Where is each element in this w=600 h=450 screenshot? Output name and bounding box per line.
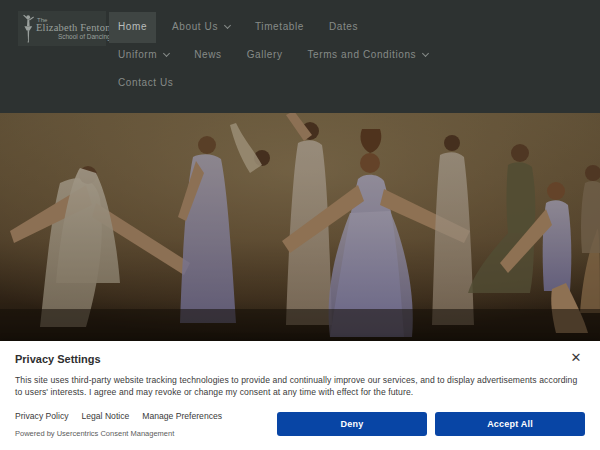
privacy-links: Privacy Policy Legal Notice Manage Prefe… <box>15 411 277 421</box>
nav-label: Uniform <box>118 41 157 69</box>
nav-item-about-us[interactable]: About Us <box>163 13 239 41</box>
nav-label: Gallery <box>247 41 283 69</box>
site-header: The Elizabeth Fenton School of Dancing H… <box>0 0 600 113</box>
privacy-banner-footer: Privacy Policy Legal Notice Manage Prefe… <box>15 411 585 438</box>
privacy-banner-description: This site uses third-party website track… <box>15 374 587 398</box>
chevron-down-icon <box>163 50 170 57</box>
logo-line-name: Elizabeth Fenton <box>36 23 111 34</box>
nav-row-1: Home About Us Timetable Dates <box>109 13 444 41</box>
nav-item-timetable[interactable]: Timetable <box>246 13 313 41</box>
nav-item-contact-us[interactable]: Contact Us <box>109 69 182 97</box>
hero-image <box>0 113 600 341</box>
nav-row-2: Uniform News Gallery Terms and Condition… <box>109 41 444 69</box>
consent-buttons: Deny Accept All <box>277 412 585 436</box>
nav-label: Timetable <box>255 13 304 41</box>
nav-item-uniform[interactable]: Uniform <box>109 41 178 69</box>
chevron-down-icon <box>422 50 429 57</box>
chevron-down-icon <box>224 22 231 29</box>
nav-row-3: Contact Us <box>109 69 444 97</box>
powered-by-text: Powered by Usercentrics Consent Manageme… <box>15 429 277 438</box>
deny-button[interactable]: Deny <box>277 412 427 436</box>
manage-preferences-link[interactable]: Manage Preferences <box>142 411 222 421</box>
nav-label: Home <box>118 13 147 41</box>
privacy-banner-title: Privacy Settings <box>15 353 585 365</box>
logo-text: The Elizabeth Fenton School of Dancing <box>36 17 111 41</box>
nav-label: About Us <box>172 13 218 41</box>
privacy-policy-link[interactable]: Privacy Policy <box>15 411 68 421</box>
nav-label: Terms and Conditions <box>308 41 417 69</box>
close-icon[interactable]: ✕ <box>568 350 584 366</box>
nav-label: News <box>194 41 221 69</box>
nav-item-news[interactable]: News <box>185 41 230 69</box>
nav-item-gallery[interactable]: Gallery <box>238 41 292 69</box>
privacy-banner: Privacy Settings ✕ This site uses third-… <box>0 341 600 450</box>
nav-label: Contact Us <box>118 69 173 97</box>
logo-line-sub: School of Dancing <box>36 34 111 41</box>
legal-notice-link[interactable]: Legal Notice <box>81 411 129 421</box>
nav-item-home[interactable]: Home <box>109 12 156 43</box>
site-logo[interactable]: The Elizabeth Fenton School of Dancing <box>18 11 106 46</box>
accept-all-button[interactable]: Accept All <box>435 412 585 436</box>
nav-label: Dates <box>329 13 358 41</box>
privacy-banner-links-area: Privacy Policy Legal Notice Manage Prefe… <box>15 411 277 438</box>
nav-item-terms-and-conditions[interactable]: Terms and Conditions <box>299 41 438 69</box>
ballerina-icon <box>21 14 34 43</box>
main-nav: Home About Us Timetable Dates Uniform Ne… <box>109 0 444 97</box>
nav-item-dates[interactable]: Dates <box>320 13 367 41</box>
